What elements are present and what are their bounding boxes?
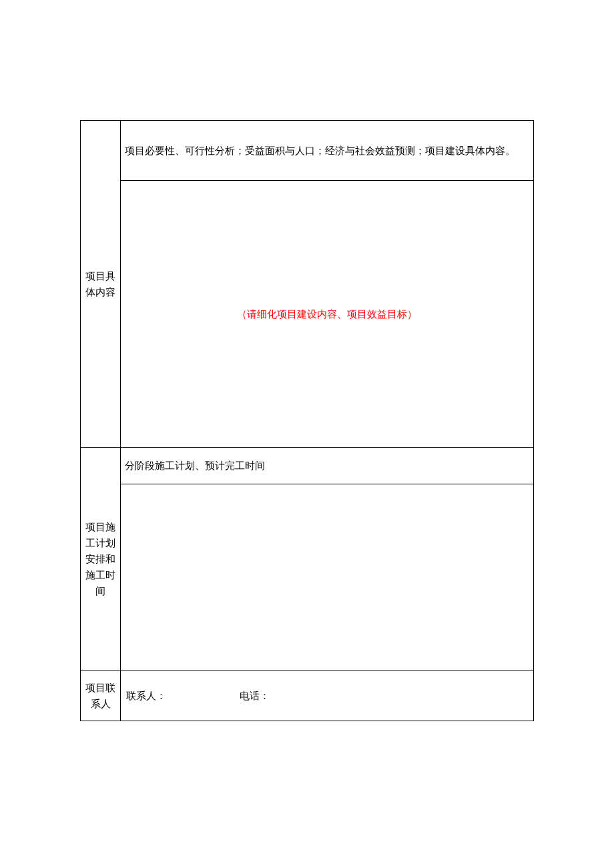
section2-label-cell: 项目施工计划安排和施工时间 <box>81 448 121 671</box>
phone-label: 电话： <box>240 688 270 704</box>
section3-label-cell: 项目联系人 <box>81 671 121 721</box>
section2-label: 项目施工计划安排和施工时间 <box>85 522 115 596</box>
section1-label-cell: 项目具体内容 <box>81 121 121 448</box>
section2-description: 分阶段施工计划、预计完工时间 <box>125 460 265 471</box>
section1-hint: （请细化项目建设内容、项目效益目标） <box>237 309 417 320</box>
section1-input-cell: （请细化项目建设内容、项目效益目标） <box>121 181 534 448</box>
section3-label: 项目联系人 <box>85 683 115 709</box>
project-form-table: 项目具体内容 项目必要性、可行性分析；受益面积与人口；经济与社会效益预测；项目建… <box>80 120 534 721</box>
contact-line: 联系人： 电话： <box>125 677 529 715</box>
section1-label: 项目具体内容 <box>85 271 115 298</box>
section2-description-cell: 分阶段施工计划、预计完工时间 <box>121 448 534 484</box>
section1-description: 项目必要性、可行性分析；受益面积与人口；经济与社会效益预测；项目建设具体内容。 <box>125 145 515 156</box>
section3-content-cell: 联系人： 电话： <box>121 671 534 721</box>
section2-input-cell <box>121 484 534 671</box>
contact-label: 联系人： <box>126 688 166 704</box>
section1-description-cell: 项目必要性、可行性分析；受益面积与人口；经济与社会效益预测；项目建设具体内容。 <box>121 121 534 181</box>
